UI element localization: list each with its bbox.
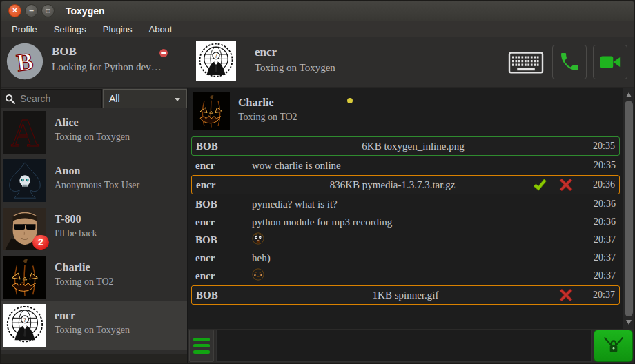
message-sender: BOB [196, 141, 253, 152]
message-sender: encr [196, 179, 253, 191]
message-row[interactable]: encr wow charlie is online 20:35 [191, 157, 620, 174]
self-profile[interactable]: BOB Looking for Python dev… [1, 37, 187, 87]
sidebar-footer [1, 354, 187, 363]
typing-keyboard-icon[interactable] [508, 52, 544, 74]
emoji-icon [252, 268, 264, 281]
maximize-window-icon[interactable] [41, 4, 55, 17]
menubar: ProfileSettingsPluginsAbout [1, 21, 634, 37]
message-sender: encr [195, 270, 252, 282]
audio-call-button[interactable] [552, 45, 587, 79]
encrypted-send-lock-icon [600, 334, 627, 358]
close-window-icon[interactable] [8, 4, 21, 17]
chat-peer-status-icon [347, 98, 353, 103]
contact-filter-dropdown[interactable]: All [103, 89, 187, 108]
message-text: python module for mp3 recording [252, 216, 584, 228]
message-row[interactable]: encr python module for mp3 recording 20:… [191, 214, 620, 230]
contact-name: T-800 [55, 213, 81, 225]
message-time: 20:37 [584, 270, 616, 281]
contact-status-message: Anonymous Tox User [55, 180, 139, 191]
search-icon [4, 93, 16, 105]
chat-panel: Charlie Toxing on TO2 BOB 6KB toxygen_in… [187, 88, 634, 363]
file-actions [532, 177, 574, 192]
message-sender: BOB [196, 290, 253, 301]
video-call-button[interactable] [593, 45, 627, 79]
file-transfer-row[interactable]: BOB 6KB toxygen_inline.png 20:35 [191, 136, 620, 156]
cancel-file-icon[interactable] [558, 177, 574, 192]
message-sender: BOB [195, 234, 252, 246]
menu-bar-icon [193, 338, 210, 341]
contact-avatar [3, 111, 46, 154]
self-busy-status-icon [159, 49, 168, 57]
message-time: 20:37 [584, 252, 616, 263]
menu-bar-icon [193, 350, 210, 354]
active-chat-header: encr Toxing on Toxygen [187, 37, 634, 87]
smileys-menu-button[interactable] [189, 330, 214, 362]
contact-avatar [3, 304, 46, 347]
contact-filter-value: All [109, 93, 120, 104]
scroll-up-icon[interactable] [626, 92, 632, 97]
scrollbar-thumb[interactable] [625, 101, 633, 316]
composer [188, 329, 634, 363]
emoji-icon [252, 232, 264, 245]
body: All Alice Toxing on Toxygen Anon Anonymo… [1, 88, 634, 363]
contact-list: Alice Toxing on Toxygen Anon Anonymous T… [1, 108, 187, 350]
chevron-down-icon [175, 98, 180, 101]
phone-icon [558, 51, 580, 73]
file-label: 6KB toxygen_inline.png [253, 141, 574, 152]
window-title: Toxygen [66, 6, 105, 17]
message-time: 20:36 [583, 179, 615, 190]
contact-name: Alice [55, 117, 79, 129]
message-row[interactable]: encr heh) 20:37 [191, 250, 620, 266]
message-sender: encr [195, 252, 252, 264]
search-input[interactable] [19, 92, 95, 105]
contact-name: encr [55, 310, 75, 322]
contact-status-message: Toxing on Toxygen [55, 325, 130, 336]
self-avatar[interactable] [6, 43, 43, 80]
contact-row[interactable]: Anon Anonymous Tox User [1, 156, 187, 205]
menu-item[interactable]: Profile [3, 24, 46, 34]
menu-item[interactable]: Plugins [95, 24, 141, 34]
message-list: BOB 6KB toxygen_inline.png 20:35 encr wo… [188, 136, 623, 305]
active-contact-name: encr [255, 46, 277, 59]
file-label: 836KB pymedia-1.3.7.3.tar.gz [253, 179, 532, 191]
accept-file-icon[interactable] [532, 177, 547, 192]
message-time: 20:35 [583, 141, 615, 152]
header: BOB Looking for Python dev… encr Toxing … [1, 37, 634, 88]
message-row[interactable]: BOB 20:37 [191, 232, 620, 248]
search-box [1, 89, 102, 108]
menu-item[interactable]: Settings [46, 24, 95, 34]
file-transfer-row[interactable]: BOB 1KB spinner.gif 20:37 [191, 285, 620, 305]
message-sender: BOB [195, 199, 252, 210]
scroll-down-icon[interactable] [626, 320, 632, 325]
message-emoji [252, 232, 584, 247]
contact-status-message: Toxing on Toxygen [55, 132, 130, 143]
toxygen-window: Toxygen ProfileSettingsPluginsAbout BOB … [0, 0, 635, 364]
search-row: All [1, 89, 187, 108]
self-status-message: Looking for Python dev… [52, 61, 162, 73]
chat-peer-avatar [193, 92, 230, 130]
send-message-button[interactable] [594, 330, 633, 362]
message-text: wow charlie is online [252, 160, 584, 172]
message-input[interactable] [216, 330, 592, 362]
message-row[interactable]: encr 20:37 [191, 267, 620, 284]
message-time: 20:36 [584, 216, 616, 228]
sidebar: All Alice Toxing on Toxygen Anon Anonymo… [1, 88, 187, 363]
unread-badge: 2 [32, 235, 49, 250]
contact-row[interactable]: T-800 I'll be back 2 [1, 205, 187, 253]
contact-status-message: Toxing on TO2 [55, 276, 114, 287]
chat-peer-header[interactable]: Charlie Toxing on TO2 [188, 91, 623, 135]
minimize-window-icon[interactable] [25, 4, 38, 17]
cancel-file-icon[interactable] [558, 287, 574, 303]
chat-scrollbar[interactable] [623, 88, 634, 329]
message-row[interactable]: BOB pymedia? what is it? 20:36 [191, 196, 620, 212]
contact-row[interactable]: Charlie Toxing on TO2 [1, 253, 187, 301]
message-sender: encr [195, 216, 252, 228]
message-sender: encr [195, 160, 252, 172]
file-actions [558, 287, 574, 303]
file-transfer-row[interactable]: encr 836KB pymedia-1.3.7.3.tar.gz 20:36 [191, 175, 620, 194]
contact-avatar [3, 256, 46, 299]
contact-row[interactable]: encr Toxing on Toxygen [1, 301, 187, 350]
video-camera-icon [598, 50, 622, 74]
menu-item[interactable]: About [140, 24, 180, 34]
contact-row[interactable]: Alice Toxing on Toxygen [1, 108, 187, 156]
